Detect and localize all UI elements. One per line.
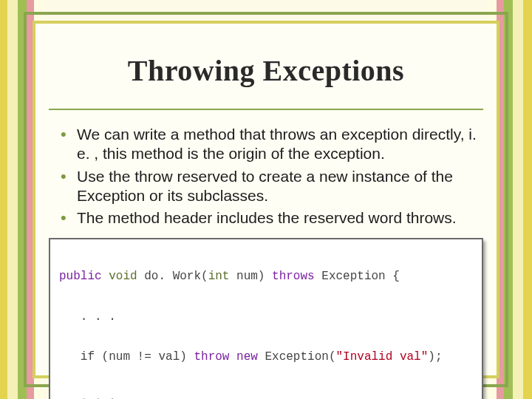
code-token: throws	[272, 270, 315, 283]
code-line: . . .	[59, 388, 473, 399]
code-example: public void do. Work(int num) throws Exc…	[49, 238, 483, 399]
code-line: public void do. Work(int num) throws Exc…	[59, 267, 473, 287]
code-token: do. Work(	[137, 270, 208, 283]
code-token: Exception(	[258, 350, 336, 364]
bullet-text-post: .	[452, 209, 457, 226]
code-line: . . .	[59, 307, 473, 327]
slide-content: Throwing Exceptions We can write a metho…	[40, 27, 492, 372]
code-token: Exception {	[315, 270, 400, 283]
bullet-text-pre: The method header includes the reserved …	[77, 209, 406, 226]
title-underline	[49, 109, 483, 110]
code-token: "Invalid val"	[335, 350, 428, 364]
keyword-throw: throw	[134, 168, 172, 185]
bullet-item: Use the throw reserved to create a new i…	[61, 167, 482, 206]
code-token: num)	[229, 270, 272, 283]
code-token: public	[59, 270, 102, 283]
keyword-throws: throws	[406, 209, 452, 226]
code-token: int	[208, 270, 230, 283]
slide-title: Throwing Exceptions	[44, 53, 488, 88]
bullet-item: The method header includes the reserved …	[61, 208, 482, 228]
code-token: throw new	[194, 350, 257, 364]
code-token: if (num != val)	[59, 350, 194, 364]
bullet-list: We can write a method that throws an exc…	[44, 125, 488, 228]
code-token: void	[109, 270, 137, 283]
bullet-item: We can write a method that throws an exc…	[61, 125, 482, 164]
code-line: if (num != val) throw new Exception("Inv…	[59, 347, 473, 367]
bullet-text: We can write a method that throws an exc…	[77, 126, 477, 162]
bullet-text-pre: Use the	[77, 168, 134, 185]
code-token: );	[428, 350, 442, 364]
